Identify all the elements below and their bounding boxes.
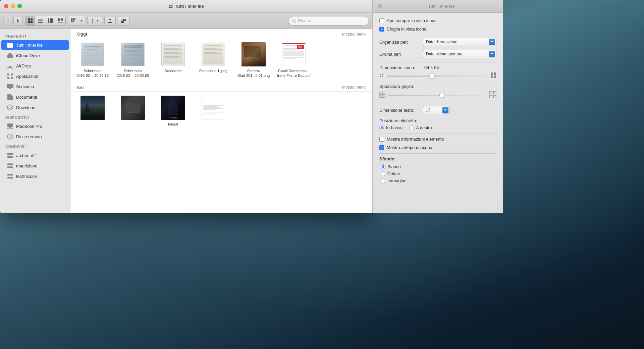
svg-point-41 [11, 154, 12, 154]
apri-sempre-row: Apri sempre in vista icona [379, 18, 496, 23]
sidebar-item-icloud[interactable]: iCloud Drive [1, 50, 69, 60]
file-item-schermata1[interactable]: Schermata2016-02-...20.36.13 [76, 42, 109, 78]
svg-rect-31 [8, 89, 12, 89]
testo-select-arrow[interactable] [442, 107, 448, 113]
organizza-select[interactable]: Data di creazione [423, 38, 496, 46]
sidebar-item-documenti[interactable]: Documenti [1, 92, 69, 102]
sfondo-colore-radio[interactable] [381, 171, 385, 176]
sidebar-item-technicolor[interactable]: technicolor [1, 171, 69, 181]
sfondo-bianco-label: Bianco [387, 164, 401, 169]
sidebar-label-tutti: Tutti i miei file [16, 43, 43, 48]
inspector-close-dot[interactable] [378, 4, 382, 8]
svg-rect-27 [7, 77, 9, 79]
icona-size-slider[interactable] [387, 76, 488, 77]
maximize-button[interactable] [17, 4, 22, 8]
mostra-info-checkbox[interactable] [379, 137, 384, 142]
sfondo-immagine-radio[interactable] [381, 179, 385, 183]
file-item-fingal[interactable]: Fingal Fingal [156, 96, 190, 127]
svg-rect-65 [489, 95, 492, 98]
mostra-meno-oggi[interactable]: Mostra meno [342, 32, 366, 37]
sidebar-label-maurizio: mauriziopc [16, 163, 37, 168]
sidebar-item-disco[interactable]: Disco remoto [1, 132, 69, 142]
file-item-scansione[interactable]: Scansione [156, 42, 190, 78]
file-thumb-schermata2 [121, 42, 145, 66]
mostra-meno-ieri[interactable]: Mostra meno [342, 85, 366, 90]
forward-button[interactable] [13, 16, 23, 26]
file-item-schermata2[interactable]: Schermata2016-02-...20.33.50 [116, 42, 150, 78]
file-item-mountain[interactable] [76, 96, 109, 127]
apri-sempre-checkbox[interactable] [379, 18, 384, 23]
sidebar-label-documenti: Documenti [16, 95, 37, 100]
back-button[interactable] [3, 16, 13, 26]
posizione-destra-radio[interactable] [409, 126, 414, 130]
svg-point-20 [92, 20, 93, 21]
svg-rect-62 [383, 95, 385, 97]
spaziatura-slider[interactable] [388, 95, 486, 96]
link-button[interactable] [118, 16, 130, 26]
sidebar-item-airdrop[interactable]: AirDrop [1, 61, 69, 71]
view-list-button[interactable] [35, 16, 45, 26]
inspector-panel: Tutti i miei file Apri sempre in vista i… [372, 0, 503, 213]
ordina-select[interactable]: Data ultima apertura [423, 50, 496, 58]
posizione-label: Posizione etichetta: [379, 118, 423, 123]
sidebar-item-macbook[interactable]: MacBook Pro [1, 121, 69, 131]
svg-rect-55 [491, 72, 493, 75]
posizione-basso-item[interactable]: In basso [379, 125, 402, 130]
organizza-select-arrow[interactable] [489, 39, 495, 45]
mostra-info-label: Mostra informazioni elemento [387, 137, 444, 142]
sfondo-immagine-item[interactable]: Immagine [381, 178, 496, 183]
posizione-basso-radio[interactable] [379, 126, 384, 130]
file-name-fingal: Fingal [168, 122, 178, 127]
nav-buttons [3, 16, 23, 26]
file-thumb-doc-small [201, 96, 225, 120]
dimensione-icona-label: Dimensione icona: [379, 65, 423, 70]
sfondo-bianco-radio[interactable] [381, 164, 385, 169]
sidebar-item-archer[interactable]: archer_d2 [1, 150, 69, 160]
mostra-anteprima-checkbox[interactable] [379, 145, 384, 150]
sfondo-colore-item[interactable]: Colore [381, 171, 496, 176]
sfondo-bianco-item[interactable]: Bianco [381, 164, 496, 169]
sidebar-section-preferiti: Preferiti [0, 32, 70, 40]
close-button[interactable] [4, 4, 8, 8]
sidebar-item-tutti-miei-file[interactable]: Tutti i miei file [1, 40, 69, 50]
view-icon-button[interactable] [25, 16, 35, 26]
dimensione-testo-row: Dimensione testo: 12 [379, 106, 496, 114]
share-button[interactable] [104, 16, 116, 26]
ordina-select-arrow[interactable] [489, 51, 495, 57]
sidebar-item-download[interactable]: Download [1, 102, 69, 112]
minimize-button[interactable] [11, 4, 15, 8]
svg-rect-11 [61, 18, 63, 20]
view-group-button[interactable] [68, 16, 78, 26]
svg-rect-56 [494, 72, 496, 75]
scrivania-icon [7, 83, 13, 90]
sidebar-item-scrivania[interactable]: Scrivania [1, 82, 69, 92]
action-button[interactable]: ▼ [87, 16, 102, 26]
sidebar-label-archer: archer_d2 [16, 153, 36, 158]
svg-rect-12 [61, 20, 63, 21]
sidebar-item-maurizio[interactable]: mauriziopc [1, 161, 69, 171]
file-name-pdf: Camil Demetrescu,Irene Fin...e Dati.pdf [277, 68, 311, 78]
sidebar-item-applicazioni[interactable]: Applicazioni [1, 71, 69, 81]
view-cover-button[interactable] [55, 16, 65, 26]
icona-size-thumb[interactable] [429, 73, 435, 79]
view-column-button[interactable] [45, 16, 55, 26]
file-item-doc-small[interactable] [197, 96, 230, 127]
file-item-scansione1[interactable]: Scansione 1.jpeg [197, 42, 230, 78]
posizione-destra-item[interactable]: A destra [409, 125, 432, 130]
spaziatura-label: Spaziatura griglia: [379, 84, 423, 89]
view-group-arrow[interactable]: ▼ [78, 16, 85, 26]
icon-size-small-icon [379, 73, 384, 79]
sfoglia-checkbox[interactable] [379, 27, 384, 32]
file-item-camera[interactable] [116, 96, 150, 127]
disc-icon [7, 133, 13, 140]
svg-rect-8 [50, 18, 51, 23]
search-box[interactable]: Ricerca [288, 16, 369, 26]
file-name-schermata2: Schermata2016-02-...20.33.50 [117, 68, 149, 78]
sidebar-section-dispositivi: Dispositivi [0, 113, 70, 121]
file-thumb-scansione1 [201, 42, 225, 66]
spaziatura-thumb[interactable] [439, 93, 445, 98]
mostra-anteprima-label: Mostra anteprima icona [387, 145, 432, 150]
file-item-screenshot-png[interactable]: Screen-Shot-201...0.01.png [237, 42, 270, 78]
title-icon: 🗂 [168, 4, 173, 9]
file-item-pdf[interactable]: PDF Camil Demetrescu,Irene Fin...e Dati.… [277, 42, 311, 78]
